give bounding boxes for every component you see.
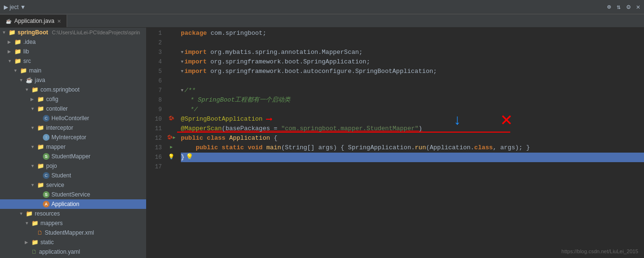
sidebar-item-studentmapper-xml[interactable]: ▶ 🗋 StudentMapper.xml xyxy=(0,228,146,237)
gutter-2 xyxy=(166,37,177,47)
ln-16: 16 xyxy=(147,153,162,162)
code-line-11: @MapperScan(basePackages = "com.springbo… xyxy=(181,124,644,134)
bulb-icon-16[interactable]: 💡 xyxy=(168,154,175,160)
sidebar-item-interceptor[interactable]: ▼ 📁 interceptor xyxy=(0,123,146,133)
settings-icon[interactable]: ⚙ xyxy=(626,3,630,11)
mapper-arrow: ▼ xyxy=(30,144,35,149)
bean-icon-12[interactable]: 🫘 xyxy=(167,134,173,140)
sidebar-item-myinterceptor[interactable]: ▶ I MyInterceptor xyxy=(0,133,146,142)
tab-close-button[interactable]: ✕ xyxy=(57,19,61,24)
java-folder-icon: ☕ xyxy=(26,77,33,83)
mappers-arrow: ▼ xyxy=(25,221,30,226)
sidebar-item-com-springboot[interactable]: ▼ 📁 com.springboot xyxy=(0,85,146,94)
token-public-13: public xyxy=(196,143,222,153)
ln-7: 7 xyxy=(147,86,162,95)
code-lines: package com.springboot; ▼ import org.myb… xyxy=(177,28,644,258)
token-brace-12: { xyxy=(274,134,277,143)
lib-arrow: ▶ xyxy=(8,49,12,54)
ln-8: 8 xyxy=(147,95,162,105)
token-run: run xyxy=(415,143,426,153)
sidebar-root[interactable]: ▼ 📁 springBoot C:\Users\LiuLei-PC\IdeaPr… xyxy=(0,28,146,37)
sidebar-item-mappers[interactable]: ▼ 📁 mappers xyxy=(0,218,146,228)
idea-label: .idea xyxy=(23,39,36,45)
sidebar-item-mapper[interactable]: ▼ 📁 mapper xyxy=(0,142,146,152)
sidebar-item-studentmapper[interactable]: ▶ S StudentMapper xyxy=(0,152,146,161)
sidebar-item-application-yaml[interactable]: ▶ 🗋 application.yaml xyxy=(0,247,146,257)
sidebar-item-resources[interactable]: ▼ 📁 resources xyxy=(0,209,146,218)
token-import3-name: org.mybatis.spring.annotation.MapperScan… xyxy=(210,48,363,57)
sidebar-item-contoller[interactable]: ▼ 📁 contoller xyxy=(0,104,146,114)
run-icon-12[interactable]: ▶ xyxy=(173,135,175,140)
sidebar-item-pojo[interactable]: ▼ 📁 pojo xyxy=(0,161,146,171)
hello-class-icon: C xyxy=(43,115,50,122)
lib-label: lib xyxy=(23,48,29,55)
mappers-folder-icon: 📁 xyxy=(31,220,39,227)
sidebar-item-java[interactable]: ▼ ☕ java xyxy=(0,75,146,85)
token-close-11: ) xyxy=(418,124,422,134)
hello-label: HelloContorller xyxy=(51,115,89,122)
static-folder-icon: 📁 xyxy=(31,239,39,246)
line-numbers: 1 2 3 4 5 6 7 8 9 10 11 12 13 16 17 xyxy=(147,28,166,258)
java-label: java xyxy=(35,77,45,83)
tab-application-java[interactable]: ☕ Application.java ✕ xyxy=(0,15,67,27)
project-dropdown[interactable]: ▶ ject ▼ xyxy=(4,4,26,10)
sidebar: ▼ 📁 springBoot C:\Users\LiuLei-PC\IdeaPr… xyxy=(0,28,147,258)
yaml-file-icon: 🗋 xyxy=(31,248,37,255)
token-app-cls: Application xyxy=(229,134,274,143)
fold-7[interactable]: ▼ xyxy=(181,86,183,95)
interceptor-label: interceptor xyxy=(46,124,73,131)
student-class-icon: C xyxy=(43,172,50,179)
ln-6: 6 xyxy=(147,76,162,86)
service-label: service xyxy=(46,182,64,188)
sm-label: StudentMapper xyxy=(51,153,90,160)
sidebar-item-cofig[interactable]: ▶ 📁 cofig xyxy=(0,94,146,104)
mapper-folder-icon: 📁 xyxy=(37,144,44,150)
sidebar-item-hellocontorller[interactable]: ▶ C HelloContorller xyxy=(0,114,146,123)
cofig-label: cofig xyxy=(46,96,58,103)
sidebar-item-application[interactable]: ▶ A Application xyxy=(0,199,146,209)
xml-label: StudentMapper.xml xyxy=(45,229,94,236)
sidebar-item-src[interactable]: ▼ 📁 src xyxy=(0,56,146,66)
fold-5[interactable]: ▼ xyxy=(181,67,183,76)
sidebar-item-lib[interactable]: ▶ 📁 lib xyxy=(0,47,146,56)
gutter-5 xyxy=(166,66,177,75)
static-label: static xyxy=(40,239,54,246)
close-icon[interactable]: ✕ xyxy=(636,3,640,11)
gutter-10: 🫘 xyxy=(166,114,177,123)
ss-label: StudentService xyxy=(51,191,90,198)
ln-5: 5 xyxy=(147,67,162,76)
bean-icon-10[interactable]: 🫘 xyxy=(168,115,174,121)
sidebar-item-main[interactable]: ▼ 📁 main xyxy=(0,66,146,75)
token-import4-name: org.springframework.boot.SpringApplicati… xyxy=(210,57,370,67)
app-label: Application xyxy=(51,201,79,207)
globe-icon[interactable]: ⊕ xyxy=(607,3,611,11)
src-label: src xyxy=(23,58,31,64)
sidebar-item-idea[interactable]: ▶ 📁 .idea xyxy=(0,37,146,47)
static-arrow: ▶ xyxy=(25,240,30,245)
fold-4[interactable]: ▼ xyxy=(181,57,183,67)
root-arrow: ▼ xyxy=(2,30,7,35)
code-area: 1 2 3 4 5 6 7 8 9 10 11 12 13 16 17 xyxy=(147,28,644,258)
token-import3: import xyxy=(184,48,210,57)
com-label: com.springboot xyxy=(40,86,79,93)
token-static-13: static xyxy=(222,143,248,153)
java-file-icon: ☕ xyxy=(6,19,11,24)
token-str-11: "com.springboot.mapper.StudentMapper" xyxy=(281,124,419,134)
sidebar-item-static[interactable]: ▶ 📁 static xyxy=(0,237,146,247)
run-icon-13[interactable]: ▶ xyxy=(170,144,172,150)
myint-class-icon: I xyxy=(43,134,50,141)
main-folder-icon: 📁 xyxy=(20,67,27,74)
sidebar-item-student[interactable]: ▶ C Student xyxy=(0,171,146,180)
token-appclass: (Application. xyxy=(426,143,474,153)
sidebar-item-studentservice[interactable]: ▶ S StudentService xyxy=(0,190,146,199)
sidebar-item-service[interactable]: ▼ 📁 service xyxy=(0,180,146,190)
token-package: package xyxy=(181,29,210,38)
ln-4: 4 xyxy=(147,57,162,67)
fold-3[interactable]: ▼ xyxy=(181,48,183,57)
top-icons: ⊕ ⇅ ⚙ ✕ xyxy=(607,3,640,11)
root-folder-icon: 📁 xyxy=(9,29,16,36)
main-area: ▼ 📁 springBoot C:\Users\LiuLei-PC\IdeaPr… xyxy=(0,28,644,258)
mapper-label: mapper xyxy=(46,144,66,150)
sync-icon[interactable]: ⇅ xyxy=(617,3,621,11)
mappers-label: mappers xyxy=(40,220,63,227)
